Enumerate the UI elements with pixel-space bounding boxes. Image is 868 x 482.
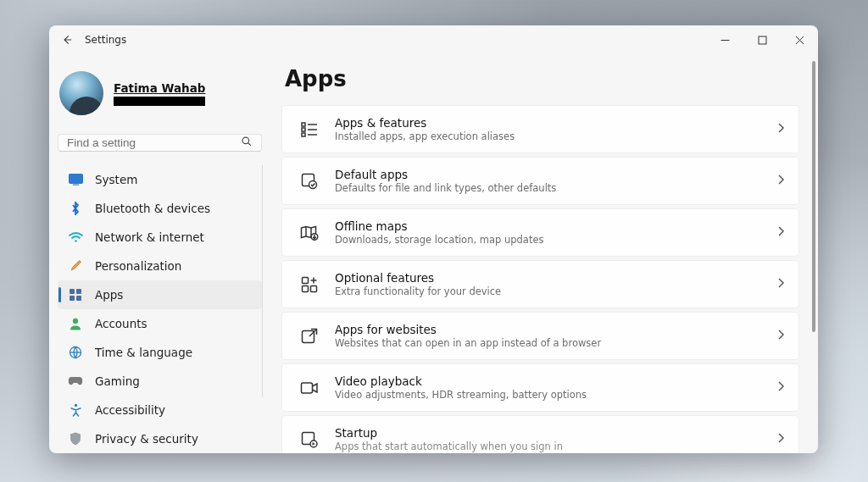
svg-line-6: [248, 143, 251, 146]
search-icon: [241, 135, 253, 151]
row-text: Apps & features Installed apps, app exec…: [335, 116, 777, 142]
shield-icon: [68, 431, 83, 446]
back-button[interactable]: [49, 25, 85, 54]
sidebar-item-system[interactable]: System: [58, 165, 262, 194]
sidebar-item-label: Personalization: [95, 259, 181, 273]
minimize-button[interactable]: [706, 25, 743, 54]
row-title: Offline maps: [335, 219, 777, 233]
brush-icon: [68, 258, 83, 274]
row-optional-features[interactable]: Optional features Extra functionality fo…: [281, 260, 799, 308]
chevron-right-icon: [777, 276, 785, 292]
sidebar-item-apps[interactable]: Apps: [58, 280, 262, 309]
list-icon: [298, 118, 321, 141]
sidebar-item-gaming[interactable]: Gaming: [58, 367, 262, 396]
chevron-right-icon: [777, 224, 785, 241]
svg-rect-13: [76, 296, 81, 301]
sidebar-item-label: System: [95, 173, 137, 186]
svg-rect-12: [70, 296, 75, 301]
sidebar-item-bluetooth[interactable]: Bluetooth & devices: [58, 194, 262, 223]
row-title: Optional features: [335, 271, 777, 285]
svg-rect-37: [302, 383, 313, 393]
profile-email-redacted: [114, 97, 205, 106]
person-icon: [68, 316, 83, 331]
svg-point-5: [242, 137, 249, 144]
row-sub: Apps that start automatically when you s…: [335, 440, 777, 452]
scrollbar-thumb[interactable]: [812, 61, 815, 332]
sidebar-item-label: Time & language: [95, 346, 192, 359]
settings-rows: Apps & features Installed apps, app exec…: [281, 105, 810, 453]
sidebar-item-label: Network & internet: [95, 230, 204, 244]
scrollbar[interactable]: [812, 61, 815, 453]
row-title: Startup: [335, 426, 777, 440]
wifi-icon: [68, 230, 83, 245]
apps-icon: [68, 287, 83, 302]
sidebar-item-network[interactable]: Network & internet: [58, 223, 262, 252]
row-sub: Extra functionality for your device: [335, 285, 777, 297]
row-title: Default apps: [335, 168, 777, 181]
row-startup[interactable]: Startup Apps that start automatically wh…: [281, 415, 799, 453]
row-apps-for-websites[interactable]: Apps for websites Websites that can open…: [281, 312, 799, 360]
chevron-right-icon: [777, 121, 785, 137]
row-apps-features[interactable]: Apps & features Installed apps, app exec…: [281, 105, 799, 153]
avatar: [59, 71, 103, 115]
settings-window: Settings Fatima Wahab: [49, 25, 818, 453]
chevron-right-icon: [777, 380, 785, 396]
chevron-right-icon: [777, 173, 785, 189]
sidebar: Fatima Wahab System: [49, 54, 270, 453]
profile-block[interactable]: Fatima Wahab: [58, 63, 262, 122]
row-text: Startup Apps that start automatically wh…: [335, 426, 777, 452]
svg-rect-2: [759, 36, 766, 44]
row-title: Video playback: [335, 374, 777, 388]
sidebar-item-privacy[interactable]: Privacy & security: [58, 424, 262, 453]
default-apps-icon: [298, 169, 321, 193]
apps-plus-icon: [298, 273, 321, 296]
maximize-button[interactable]: [743, 25, 781, 54]
row-default-apps[interactable]: Default apps Defaults for file and link …: [281, 157, 799, 205]
svg-rect-8: [73, 185, 79, 186]
svg-rect-18: [302, 123, 305, 126]
row-text: Video playback Video adjustments, HDR st…: [335, 374, 777, 401]
svg-rect-32: [311, 285, 317, 291]
svg-rect-10: [70, 289, 75, 294]
sidebar-item-accessibility[interactable]: Accessibility: [58, 396, 262, 424]
sidebar-item-label: Gaming: [95, 374, 140, 388]
profile-name: Fatima Wahab: [114, 81, 205, 95]
sidebar-item-accounts[interactable]: Accounts: [58, 309, 262, 338]
profile-text: Fatima Wahab: [114, 81, 205, 106]
search-input[interactable]: [67, 136, 241, 149]
sidebar-item-label: Accessibility: [95, 403, 165, 417]
window-controls: [706, 25, 818, 54]
content-pane: Apps Apps & features Installed apps, app…: [270, 54, 818, 453]
nav-divider: [262, 165, 263, 397]
window-title: Settings: [85, 34, 126, 46]
sidebar-item-label: Apps: [95, 288, 123, 302]
row-offline-maps[interactable]: Offline maps Downloads, storage location…: [281, 208, 799, 257]
gamepad-icon: [68, 374, 83, 389]
display-icon: [68, 172, 83, 187]
row-sub: Defaults for file and link types, other …: [335, 182, 777, 194]
titlebar: Settings: [49, 25, 818, 54]
bluetooth-icon: [68, 201, 83, 216]
open-external-icon: [298, 324, 321, 348]
sidebar-item-personalization[interactable]: Personalization: [58, 252, 262, 280]
row-text: Optional features Extra functionality fo…: [335, 271, 777, 297]
row-title: Apps & features: [335, 116, 777, 130]
svg-rect-20: [302, 133, 305, 136]
row-title: Apps for websites: [335, 323, 777, 336]
row-video-playback[interactable]: Video playback Video adjustments, HDR st…: [281, 363, 799, 412]
svg-rect-19: [302, 128, 305, 131]
svg-rect-11: [76, 289, 81, 294]
page-title: Apps: [281, 66, 810, 91]
globe-clock-icon: [68, 345, 83, 360]
window-body: Fatima Wahab System: [49, 54, 818, 453]
search-box[interactable]: [58, 134, 262, 152]
svg-point-9: [75, 240, 77, 242]
sidebar-item-label: Bluetooth & devices: [95, 202, 210, 215]
svg-point-14: [73, 319, 78, 324]
sidebar-item-label: Privacy & security: [95, 432, 198, 446]
row-sub: Downloads, storage location, map updates: [335, 234, 777, 246]
sidebar-item-time-language[interactable]: Time & language: [58, 338, 262, 367]
row-sub: Websites that can open in an app instead…: [335, 337, 777, 349]
chevron-right-icon: [777, 431, 785, 447]
close-button[interactable]: [781, 25, 818, 54]
